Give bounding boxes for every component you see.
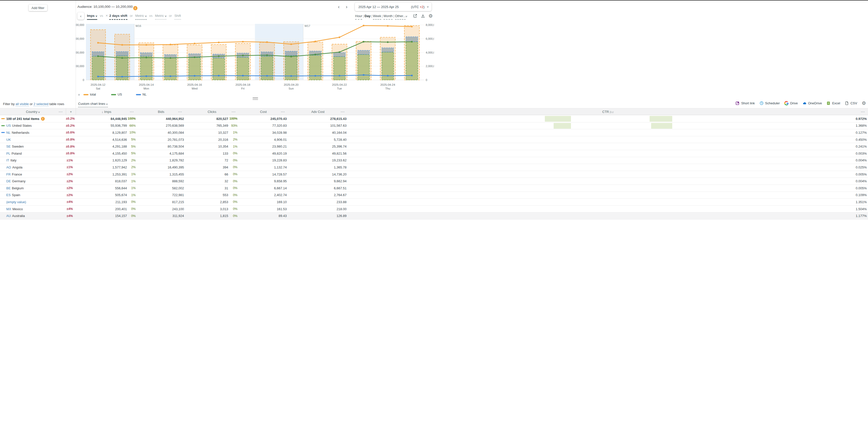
download-icon[interactable]	[421, 13, 425, 18]
country-code-link[interactable]: AO	[6, 166, 11, 169]
column-header-bids[interactable]: Bids ···	[137, 108, 185, 115]
table-row-au[interactable]: AUAustralia±4%154,1570%311,9241,8150%89.…	[0, 212, 434, 219]
country-name[interactable]: (empty value)	[6, 200, 26, 204]
date-prev-icon[interactable]: ‹	[338, 4, 340, 9]
date-next-icon[interactable]: ›	[346, 4, 347, 9]
point-NL[interactable]	[97, 76, 99, 77]
date-range-picker[interactable]: 2025 Apr 12 — 2025 Apr 25 (UTC +2) ∨	[355, 2, 432, 11]
granularity-option-week[interactable]: Week	[373, 14, 381, 20]
column-header-clicks[interactable]: Clicks ···	[185, 108, 239, 115]
bar-us-shift[interactable]	[237, 57, 249, 80]
point-total[interactable]	[314, 41, 316, 42]
timeseries-chart[interactable]: 002,000,0002,000,0004,000,0004,000,0006,…	[76, 20, 434, 102]
table-row-us[interactable]: USUnited States±0.2%55,936,79966%270,638…	[0, 122, 434, 129]
point-US[interactable]	[411, 41, 413, 42]
point-NL[interactable]	[146, 76, 147, 77]
column-header-country[interactable]: Country ∨ ···	[0, 108, 66, 115]
country-code-link[interactable]: UK	[6, 138, 11, 142]
point-US[interactable]	[169, 57, 171, 59]
imps-column-menu-icon[interactable]: ···	[130, 110, 134, 114]
point-US[interactable]	[218, 55, 219, 57]
filter-all-visible-link[interactable]: all visible	[16, 102, 29, 106]
open-in-new-icon[interactable]	[413, 13, 417, 18]
country-code-link[interactable]: ES	[6, 193, 10, 197]
point-total[interactable]	[266, 41, 268, 43]
remove-shift-icon[interactable]: ×	[105, 13, 108, 18]
table-row-it[interactable]: ITItaly±1%1,620,1292%1,829,782720%19,228…	[0, 157, 434, 164]
point-total[interactable]	[218, 42, 219, 43]
metric-primary-dropdown[interactable]: Imps ∨	[87, 14, 97, 20]
chart-back-button[interactable]: ‹	[78, 12, 84, 20]
point-NL[interactable]	[411, 75, 413, 76]
point-NL[interactable]	[290, 75, 292, 77]
point-US[interactable]	[387, 41, 389, 43]
bar-nl-shift[interactable]	[285, 51, 297, 56]
table-row-fr[interactable]: FRFrance±2%1,253,3911%1,315,455660%14,72…	[0, 171, 434, 178]
audience-info-icon[interactable]: i	[133, 4, 137, 10]
total-info-icon[interactable]: i	[41, 117, 45, 121]
add-column-button[interactable]: +	[66, 108, 75, 115]
point-total[interactable]	[242, 41, 244, 42]
point-US[interactable]	[339, 51, 340, 53]
table-row-nl[interactable]: NLNetherlands±0.6%8,129,80710%40,300,084…	[0, 129, 434, 136]
point-US[interactable]	[266, 54, 268, 56]
table-row-mx[interactable]: MXMexico±4%200,4010%243,1003,0130%161.53…	[0, 206, 434, 213]
country-code-link[interactable]: IT	[6, 158, 9, 162]
granularity-option-other[interactable]: Other...	[395, 14, 406, 20]
legend-close-icon[interactable]: ×	[78, 92, 80, 97]
point-total[interactable]	[411, 26, 413, 27]
shift-option[interactable]: Shift	[175, 14, 181, 20]
bar-nl-shift[interactable]	[116, 52, 128, 56]
point-total[interactable]	[339, 36, 340, 38]
shift-value-dropdown[interactable]: 2 days shift	[109, 14, 127, 20]
table-row-uk[interactable]: UK±0.8%4,514,6365%20,781,07320,3162%4,90…	[0, 136, 434, 143]
bar-nl-shift[interactable]	[358, 50, 369, 54]
bar-us-shift[interactable]	[406, 42, 418, 80]
cost-column-menu-icon[interactable]: ···	[281, 110, 285, 114]
table-row-be[interactable]: BEBelgium±2%556,6441%582,002310%6,667.14…	[0, 185, 434, 192]
metric-2-dropdown[interactable]: Metric ∨	[135, 14, 147, 20]
table-row[interactable]: 100 of 241 total itemsi±0.2%84,448,94510…	[0, 115, 434, 122]
table-row[interactable]: (empty value)±4%211,1930%817,2152,8530%1…	[0, 199, 434, 206]
point-US[interactable]	[146, 57, 147, 58]
point-total[interactable]	[97, 42, 99, 43]
table-row-de[interactable]: DEGermany±2%818,0371%888,592320%9,658.95…	[0, 178, 434, 185]
country-code-link[interactable]: SE	[6, 145, 10, 148]
column-header-adv-cost[interactable]: Adv Cost ···	[288, 108, 348, 115]
metric-3-dropdown[interactable]: Metric ∨	[155, 14, 166, 20]
granularity-option-day[interactable]: Day	[365, 14, 371, 19]
legend-item-US[interactable]: US	[111, 93, 122, 96]
point-US[interactable]	[97, 55, 99, 57]
country-code-link[interactable]: FR	[6, 173, 10, 176]
table-row-pl[interactable]: PLPoland±0.8%4,155,4505%4,175,6841330%49…	[0, 150, 434, 157]
bar-nl-shift[interactable]	[141, 53, 152, 56]
point-NL[interactable]	[314, 75, 316, 77]
point-NL[interactable]	[387, 75, 389, 77]
filter-selected-link[interactable]: 2 selected	[33, 102, 48, 106]
point-NL[interactable]	[339, 75, 340, 77]
column-header-cost[interactable]: Cost ···	[239, 108, 288, 115]
point-US[interactable]	[194, 56, 195, 58]
adv-cost-column-menu-icon[interactable]: ···	[341, 110, 345, 114]
clicks-column-menu-icon[interactable]: ···	[232, 110, 236, 114]
bar-us-shift[interactable]	[213, 58, 225, 80]
point-NL[interactable]	[169, 76, 171, 77]
country-code-link[interactable]: PL	[6, 152, 10, 155]
country-column-menu-icon[interactable]: ···	[59, 110, 63, 114]
point-NL[interactable]	[363, 74, 364, 76]
chart-resize-handle[interactable]	[253, 97, 258, 101]
point-total[interactable]	[121, 44, 123, 46]
point-total[interactable]	[169, 44, 171, 45]
bar-nl-shift[interactable]	[382, 48, 394, 52]
point-total[interactable]	[363, 25, 364, 26]
granularity-option-hour[interactable]: Hour	[355, 14, 362, 20]
country-code-link[interactable]: AU	[6, 214, 11, 218]
point-total[interactable]	[146, 44, 147, 46]
bar-us-shift[interactable]	[358, 55, 369, 80]
legend-item-total[interactable]: total	[84, 93, 96, 96]
point-US[interactable]	[121, 57, 123, 59]
country-code-link[interactable]: BE	[6, 186, 10, 190]
point-NL[interactable]	[218, 75, 219, 77]
custom-chart-lines-dropdown[interactable]: Custom chart lines ∨	[78, 102, 108, 107]
point-total[interactable]	[387, 25, 389, 27]
